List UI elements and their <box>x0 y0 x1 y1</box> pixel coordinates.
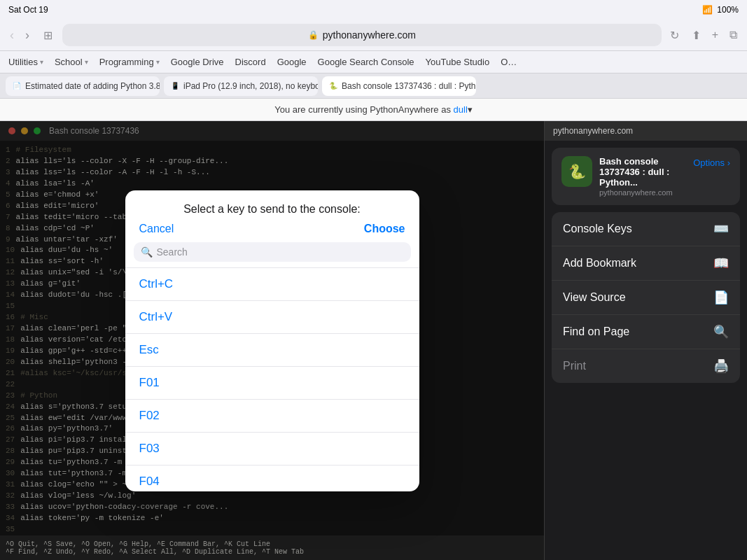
smart-banner-dropdown[interactable]: ▾ <box>468 104 473 115</box>
tab-favicon: 🐍 <box>329 82 337 90</box>
modal-choose-button[interactable]: Choose <box>364 223 405 235</box>
battery-display: 100% <box>717 5 739 15</box>
panel-menu-item[interactable]: Add Bookmark📖 <box>552 246 740 281</box>
panel-menu-label: Print <box>563 360 705 372</box>
bookmark-arrow-icon: ▾ <box>156 58 160 66</box>
new-tab-button[interactable]: + <box>708 26 722 45</box>
panel-menu-label: Console Keys <box>563 223 705 235</box>
bookmark-arrow-icon: ▾ <box>40 58 43 66</box>
browser-chrome: ‹ › ⊞ 🔒 pythonanywhere.com ↻ ⬆ + ⧉ Utili… <box>0 20 747 99</box>
panel-app-name: Bash console 13737436 : dull : Python... <box>599 156 686 188</box>
status-bar: Sat Oct 19 📶 100% <box>0 0 747 20</box>
tabs-overview-button[interactable]: ⧉ <box>725 26 741 45</box>
panel-menu-item[interactable]: Console Keys⌨️ <box>552 212 740 246</box>
nav-actions: ⬆ + ⧉ <box>687 26 741 45</box>
panel-menu-label: View Source <box>563 291 705 304</box>
forward-button[interactable]: › <box>21 25 34 46</box>
bookmark-item[interactable]: Programming▾ <box>99 57 160 67</box>
modal-search-container: 🔍 <box>134 242 411 262</box>
panel-notification: 🐍 Bash console 13737436 : dull : Python.… <box>552 148 740 205</box>
main-layout: Bash console 13737436 1# Filesystem 2ali… <box>0 121 747 560</box>
bookmark-item[interactable]: O… <box>501 57 517 67</box>
panel-menu-label: Add Bookmark <box>563 257 705 270</box>
bookmark-item[interactable]: School▾ <box>55 57 88 67</box>
browser-tab[interactable]: 📱iPad Pro (12.9 inch, 2018), no keyboard… <box>164 76 318 96</box>
modal-actions: Cancel Choose <box>125 223 419 242</box>
reader-icon: ⊞ <box>43 29 53 41</box>
share-button[interactable]: ⬆ <box>687 26 705 45</box>
modal-key-item[interactable]: F01 <box>125 367 419 400</box>
modal-key-item[interactable]: F02 <box>125 400 419 433</box>
smart-banner: You are currently using PythonAnywhere a… <box>0 99 747 121</box>
panel-app-icon: 🐍 <box>561 156 592 187</box>
panel-menu-icon: 🔍 <box>713 324 729 340</box>
reader-button[interactable]: ⊞ <box>39 26 57 45</box>
bookmark-bar: Utilities▾School▾Programming▾Google Driv… <box>0 50 747 73</box>
time-display: Sat Oct 19 <box>8 5 48 15</box>
panel-menu-icon: 📖 <box>713 255 729 271</box>
modal-cancel-button[interactable]: Cancel <box>139 223 174 235</box>
tab-label: Bash console 13737436 : dull : PythonAny… <box>342 81 476 91</box>
smart-banner-user[interactable]: dull <box>454 104 468 115</box>
tab-favicon: 📱 <box>171 82 179 90</box>
status-left: Sat Oct 19 <box>8 5 48 15</box>
browser-tab[interactable]: 🐍Bash console 13737436 : dull : PythonAn… <box>322 76 476 96</box>
bookmark-item[interactable]: Discord <box>235 57 266 67</box>
lock-icon: 🔒 <box>308 30 319 40</box>
smart-banner-text: You are currently using PythonAnywhere a… <box>274 104 451 115</box>
key-modal: Select a key to send to the console: Can… <box>125 190 419 491</box>
browser-tab[interactable]: 📄Estimated date of adding Python 3.8 sup… <box>6 76 160 96</box>
panel-menu-item[interactable]: Find on Page🔍 <box>552 315 740 349</box>
modal-key-item[interactable]: F04 <box>125 465 419 491</box>
panel-menu: Console Keys⌨️Add Bookmark📖View Source📄F… <box>552 212 740 383</box>
bookmark-item[interactable]: Utilities▾ <box>8 57 43 67</box>
bookmark-item[interactable]: Google Drive <box>171 57 224 67</box>
modal-search-icon: 🔍 <box>141 246 153 258</box>
panel-menu-item[interactable]: View Source📄 <box>552 281 740 315</box>
panel-menu-icon: 🖨️ <box>713 358 729 374</box>
panel-notification-site: pythonanywhere.com <box>599 188 686 197</box>
modal-key-item[interactable]: Esc <box>125 334 419 367</box>
panel-title: pythonanywhere.com <box>553 126 633 136</box>
panel-options-button[interactable]: Options › <box>693 158 730 168</box>
modal-key-item[interactable]: Ctrl+V <box>125 301 419 334</box>
modal-key-item[interactable]: F03 <box>125 433 419 465</box>
panel-notification-text: Bash console 13737436 : dull : Python...… <box>599 156 686 197</box>
bookmark-item[interactable]: Google Search Console <box>318 57 414 67</box>
tab-favicon: 📄 <box>13 82 21 90</box>
modal-header: Select a key to send to the console: <box>125 190 419 223</box>
bookmark-item[interactable]: YouTube Studio <box>426 57 490 67</box>
modal-search-input[interactable] <box>157 246 404 258</box>
panel-menu-item[interactable]: Print🖨️ <box>552 349 740 383</box>
terminal: Bash console 13737436 1# Filesystem 2ali… <box>0 121 544 560</box>
address-bar[interactable]: 🔒 pythonanywhere.com <box>62 24 662 46</box>
modal-title: Select a key to send to the console: <box>139 203 405 216</box>
right-panel-header: pythonanywhere.com <box>545 121 747 141</box>
right-panel: pythonanywhere.com 🐍 Bash console 137374… <box>544 121 747 560</box>
wifi-icon: 📶 <box>702 5 713 15</box>
panel-menu-icon: 📄 <box>713 290 729 305</box>
bookmark-item[interactable]: Google <box>277 57 307 67</box>
bookmark-arrow-icon: ▾ <box>85 58 88 66</box>
panel-menu-label: Find on Page <box>563 326 705 338</box>
panel-menu-icon: ⌨️ <box>713 221 729 237</box>
nav-bar: ‹ › ⊞ 🔒 pythonanywhere.com ↻ ⬆ + ⧉ <box>0 20 747 50</box>
modal-key-item[interactable]: Ctrl+C <box>125 268 419 301</box>
reload-button[interactable]: ↻ <box>667 26 682 45</box>
tab-label: iPad Pro (12.9 inch, 2018), no keyboard … <box>183 81 318 91</box>
nav-buttons: ‹ › <box>6 25 34 46</box>
tab-bar: 📄Estimated date of adding Python 3.8 sup… <box>0 73 747 98</box>
status-right: 📶 100% <box>702 5 739 15</box>
url-display: pythonanywhere.com <box>323 29 416 41</box>
modal-key-list: Ctrl+CCtrl+VEscF01F02F03F04F05F06F07F08 <box>125 267 419 491</box>
tab-label: Estimated date of adding Python 3.8 supp… <box>25 81 160 91</box>
back-button[interactable]: ‹ <box>6 25 18 46</box>
